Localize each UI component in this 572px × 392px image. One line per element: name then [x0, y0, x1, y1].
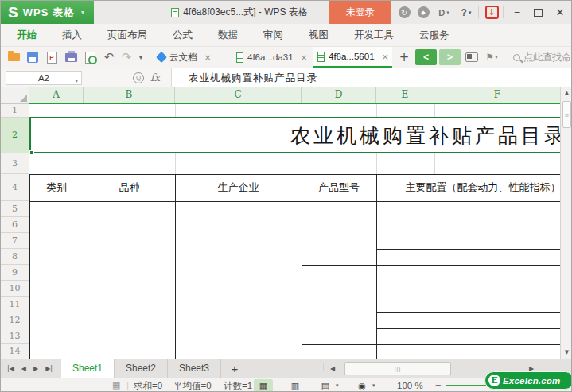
row-header-7[interactable]: 7 [1, 233, 29, 249]
wps-spreadsheet-window: S WPS 表格 ▾ 4f6a8f03ec5...式] - WPS 表格 未登录… [0, 0, 572, 392]
undo-icon[interactable]: ↶ [100, 47, 118, 68]
smart-search-icon[interactable]: Q [133, 72, 144, 83]
sheet-tab-2[interactable]: Sheet2 [115, 359, 168, 378]
gridline [175, 153, 176, 174]
row-header-4[interactable]: 4 [1, 174, 29, 201]
selection-border [29, 117, 572, 153]
zoom-level: 100 % [397, 378, 423, 392]
back-button[interactable]: < [415, 49, 437, 65]
page-break-view-button[interactable]: ▤ [316, 379, 335, 392]
menu-tab-developer[interactable]: 开发工具 [354, 29, 394, 42]
download-update-icon[interactable]: ↓ [481, 1, 502, 24]
row-header-10[interactable]: 10 [1, 281, 29, 297]
row-header-14[interactable]: 14 [1, 344, 29, 359]
close-tab-icon[interactable]: × [301, 52, 308, 63]
close-tab-icon[interactable]: × [382, 52, 389, 62]
horizontal-scroll-handle[interactable]: ||| [344, 362, 451, 375]
chevron-down-icon[interactable]: ▾ [336, 378, 339, 392]
print-preview-icon[interactable] [81, 47, 99, 68]
column-header-a[interactable]: A [29, 87, 84, 103]
document-title: 4f6a8f03ec5...式] - WPS 表格 [144, 1, 335, 24]
doc-tab-cloud[interactable]: 云文档 × [153, 47, 229, 68]
add-sheet-button[interactable]: + [226, 359, 243, 378]
page-layout-view-button[interactable]: ▥ [286, 379, 305, 392]
wps-app-menu-button[interactable]: S WPS 表格 ▾ [1, 1, 94, 24]
forward-button[interactable]: > [439, 49, 461, 65]
row-header-13[interactable]: 13 [1, 328, 29, 344]
menu-tab-insert[interactable]: 插入 [62, 29, 82, 42]
row-header-11[interactable]: 11 [1, 297, 29, 312]
menu-tab-view[interactable]: 视图 [309, 29, 329, 42]
vertical-scroll-handle[interactable]: ≡ [562, 101, 571, 128]
new-tab-button[interactable]: + [396, 47, 412, 68]
gridline [434, 104, 435, 118]
scroll-down-icon[interactable]: ▼ [561, 349, 572, 355]
row-header-1[interactable]: 1 [1, 104, 29, 118]
print-icon[interactable] [62, 47, 80, 68]
prev-sheet-icon[interactable]: ◀ [21, 365, 26, 372]
column-header-e[interactable]: E [376, 87, 434, 103]
close-tab-icon[interactable]: × [204, 52, 212, 63]
menu-tab-formulas[interactable]: 公式 [173, 29, 193, 42]
last-sheet-icon[interactable]: ▶| [45, 365, 53, 372]
menu-tab-review[interactable]: 审阅 [263, 29, 283, 42]
insert-function-icon[interactable]: fx [150, 72, 160, 83]
gridline [84, 104, 84, 118]
column-header-b[interactable]: B [84, 87, 175, 103]
login-button[interactable]: 未登录 [329, 1, 391, 24]
close-button[interactable]: ✕ [550, 1, 570, 24]
export-pdf-icon[interactable]: P [43, 47, 60, 68]
normal-view-button[interactable]: ▦ [254, 379, 273, 392]
hscroll-left-icon[interactable]: ◀ [330, 365, 335, 372]
next-sheet-icon[interactable]: ▶ [33, 365, 38, 372]
toolbar-more-icon[interactable]: ▾ [135, 47, 146, 68]
column-header-c[interactable]: C [175, 87, 302, 103]
menu-tab-home[interactable]: 开始 [17, 29, 37, 42]
column-header-f[interactable]: F [434, 87, 560, 103]
row-header-2-selected[interactable]: 2 [1, 118, 29, 153]
first-sheet-icon[interactable]: |◀ [7, 365, 14, 372]
open-icon[interactable] [5, 47, 22, 68]
select-all-corner[interactable] [1, 87, 29, 104]
monitor-icon[interactable] [463, 47, 481, 68]
command-search-input[interactable]: 点此查找命令 [523, 47, 572, 68]
vertical-scrollbar[interactable]: ▲ ≡ ▼ [560, 87, 572, 359]
row-header-8[interactable]: 8 [1, 249, 29, 265]
header-cell-variety[interactable]: 品种 [84, 174, 175, 201]
sheet-tab-3[interactable]: Sheet3 [168, 359, 221, 378]
name-box[interactable]: A2 ▾ [6, 71, 82, 85]
save-icon[interactable] [24, 47, 41, 68]
header-cell-main-config[interactable]: 主要配置（配套动力、性能指标） [376, 174, 572, 201]
chevron-down-icon[interactable]: ▾ [81, 9, 84, 16]
formula-input[interactable]: 农业机械购置补贴产品目录 [171, 68, 572, 87]
doc-tab-file1[interactable]: 4f6a...da31 × [232, 47, 311, 68]
menu-tab-page-layout[interactable]: 页面布局 [107, 29, 147, 42]
menu-tab-cloud[interactable]: 云服务 [419, 29, 449, 42]
redo-icon[interactable]: ↷ [118, 47, 135, 68]
maximize-button[interactable] [527, 1, 548, 24]
chevron-down-icon[interactable]: ▾ [75, 75, 78, 87]
header-cell-category[interactable]: 类别 [29, 174, 84, 201]
help-icon[interactable]: ?▾ [456, 1, 477, 24]
minimize-button[interactable]: ─ [507, 1, 527, 24]
row-header-5[interactable]: 5 [1, 201, 29, 217]
docer-icon[interactable]: D▾ [434, 1, 454, 24]
fill-handle[interactable] [29, 150, 34, 155]
skin-icon[interactable]: ◆ [414, 1, 432, 24]
row-header-9[interactable]: 9 [1, 265, 29, 281]
sync-icon[interactable]: ↻ [395, 1, 413, 24]
row-header-12[interactable]: 12 [1, 312, 29, 328]
sheet-tab-1[interactable]: Sheet1 [61, 359, 115, 378]
doc-tab-file2-active[interactable]: 4f6a...5601 × [313, 47, 392, 68]
reading-view-button[interactable]: ◉ [352, 379, 372, 392]
scroll-up-icon[interactable]: ▲ [561, 90, 572, 96]
row-header-6[interactable]: 6 [1, 217, 29, 233]
header-cell-model[interactable]: 产品型号 [302, 174, 376, 201]
chevron-down-icon[interactable]: ▾ [372, 378, 375, 392]
header-cell-manufacturer[interactable]: 生产企业 [175, 174, 302, 201]
menu-tab-data[interactable]: 数据 [218, 29, 238, 42]
column-header-d[interactable]: D [302, 87, 376, 103]
flag-icon[interactable]: ⚑▾ [482, 47, 501, 68]
row-header-3[interactable]: 3 [1, 153, 29, 174]
zoom-out-button[interactable]: − [435, 378, 442, 392]
